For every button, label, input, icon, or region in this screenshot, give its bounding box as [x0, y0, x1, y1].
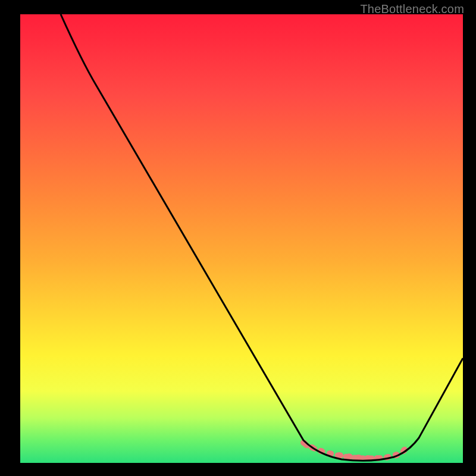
- chart-svg: [20, 14, 463, 463]
- plot-area: [20, 14, 463, 463]
- watermark-text: TheBottleneck.com: [360, 2, 464, 16]
- chart-frame: TheBottleneck.com: [0, 0, 476, 476]
- bottleneck-curve: [61, 14, 463, 461]
